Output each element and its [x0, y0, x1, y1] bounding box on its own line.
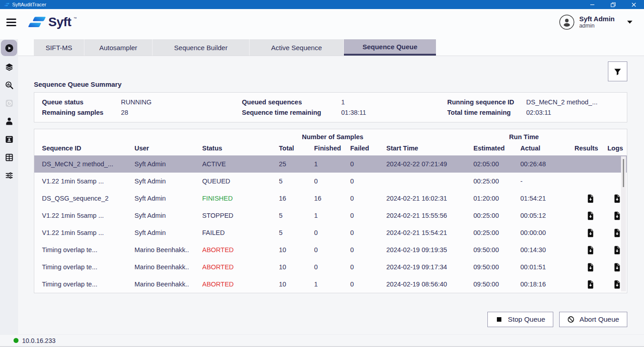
summary-value: 01:38:11	[341, 109, 447, 116]
status-cell: ACTIVE	[202, 160, 279, 168]
results-cell	[575, 262, 607, 272]
sequence-row[interactable]: V1.22 1min 5samp ...Syft AdminQUEUED5000…	[34, 173, 627, 190]
total-cell: 5	[279, 178, 314, 185]
user-cell: Marino Beenhakk..	[134, 281, 202, 288]
titlebar-left: SyftAuditTracer	[4, 2, 46, 7]
abort-icon	[567, 316, 575, 323]
connection-status-icon	[14, 338, 19, 343]
menu-button[interactable]	[6, 19, 16, 26]
app-window: SyftAuditTracer Syft ™ Syft Admin admin …	[0, 0, 644, 347]
sequence-row[interactable]: V1.22 1min 5samp ...Syft AdminSTOPPED510…	[34, 207, 627, 224]
stop-queue-button[interactable]: Stop Queue	[487, 312, 553, 327]
download-results-button[interactable]	[586, 227, 596, 238]
actual-cell: 00:05:12	[520, 212, 575, 219]
maximize-button[interactable]	[602, 0, 623, 9]
close-button[interactable]	[623, 0, 644, 9]
contact-card-icon	[5, 135, 14, 144]
sequence-row[interactable]: DS_QSG_sequence_2Syft AdminFINISHED16160…	[34, 190, 627, 207]
actual-cell: 00:18:16	[520, 281, 575, 288]
download-results-button[interactable]	[586, 262, 596, 272]
total-cell: 5	[279, 212, 314, 219]
summary-value: 28	[121, 109, 242, 116]
sequence-row[interactable]: DS_MeCN_2 method_...Syft AdminACTIVE2510…	[34, 155, 627, 173]
user-role: admin	[579, 23, 615, 29]
estimated-cell: 09:50:00	[473, 281, 520, 288]
sequence-row[interactable]: Timing overlap te...Marino Beenhakk..ABO…	[34, 276, 627, 293]
tab-sequence-queue[interactable]: Sequence Queue	[344, 39, 436, 56]
sequence-id-cell: DS_QSG_sequence_2	[42, 195, 134, 202]
sequence-id-cell: Timing overlap te...	[42, 263, 134, 271]
start-time-cell: 2024-02-21 15:54:21	[386, 229, 473, 236]
download-results-button[interactable]	[586, 279, 596, 290]
download-results-button[interactable]	[586, 193, 596, 204]
scrollbar-thumb[interactable]	[623, 159, 624, 187]
abort-queue-button[interactable]: Abort Queue	[559, 312, 627, 327]
download-results-button[interactable]	[586, 244, 596, 255]
stop-icon	[496, 316, 503, 323]
file-download-icon	[586, 228, 596, 238]
sidebar-item-contact-card[interactable]	[1, 130, 17, 148]
table-header-row: Sequence IDUserStatusTotalFinishedFailed…	[34, 141, 627, 155]
status-cell: ABORTED	[202, 281, 279, 288]
sequence-row[interactable]: V1.22 1min 5samp ...Syft AdminFAILED5002…	[34, 224, 627, 241]
avatar	[559, 14, 575, 30]
table-scrollbar[interactable]	[621, 156, 626, 291]
results-cell	[575, 193, 607, 204]
filter-button[interactable]	[608, 61, 627, 81]
tab-sequence-builder[interactable]: Sequence Builder	[153, 39, 250, 56]
sidebar-item-user[interactable]	[1, 112, 17, 130]
ip-address: 10.0.16.233	[22, 337, 56, 344]
user-cell: Syft Admin	[134, 178, 202, 185]
queue-actions: Stop Queue Abort Queue	[34, 312, 627, 327]
file-download-icon	[586, 262, 596, 272]
sidebar-item-layers[interactable]	[1, 58, 17, 76]
tab-autosampler[interactable]: Autosampler	[84, 39, 153, 56]
sequence-row[interactable]: Timing overlap te...Marino Beenhakk..ABO…	[34, 258, 627, 276]
sequence-table: Number of Samples Run Time Sequence IDUs…	[34, 129, 627, 293]
app-header: Syft ™ Syft Admin admin	[0, 9, 644, 35]
failed-cell: 0	[350, 281, 386, 288]
start-time-cell: 2024-02-21 16:02:31	[386, 195, 473, 202]
column-header-total: Total	[279, 145, 314, 152]
sequence-row[interactable]: Timing overlap te...Marino Beenhakk..ABO…	[34, 241, 627, 258]
user-name: Syft Admin	[579, 15, 615, 23]
stop-queue-label: Stop Queue	[508, 315, 545, 324]
user-menu[interactable]: Syft Admin admin	[559, 14, 633, 30]
column-header-logs: Logs	[607, 145, 627, 152]
sidebar	[0, 39, 18, 334]
tab-active-sequence[interactable]: Active Sequence	[250, 39, 344, 56]
failed-cell: 0	[350, 178, 386, 185]
download-results-button[interactable]	[586, 210, 596, 221]
finished-cell: 0	[314, 263, 350, 271]
sidebar-item-search-analytics[interactable]	[1, 76, 17, 94]
estimated-cell: 00:25:00	[473, 178, 520, 185]
start-time-cell: 2024-02-19 09:19:35	[386, 246, 473, 253]
user-cell: Marino Beenhakk..	[134, 263, 202, 271]
failed-cell: 0	[350, 195, 386, 202]
sidebar-item-grid[interactable]	[1, 148, 17, 166]
failed-cell: 0	[350, 212, 386, 219]
play-circle-icon	[5, 43, 14, 53]
results-cell	[575, 244, 607, 255]
column-header-estimated: Estimated	[473, 145, 520, 152]
column-header-results: Results	[575, 145, 607, 152]
summary-value: RUNNING	[121, 98, 242, 106]
failed-cell: 0	[350, 246, 386, 253]
syft-logo: Syft ™	[27, 15, 77, 29]
user-cell: Syft Admin	[134, 160, 202, 168]
sequence-id-cell: V1.22 1min 5samp ...	[42, 229, 134, 236]
estimated-cell: 00:25:00	[473, 212, 520, 219]
sidebar-item-play-circle[interactable]	[1, 40, 17, 56]
tune-icon	[5, 171, 14, 180]
brand-name: Syft	[48, 15, 71, 29]
total-cell: 10	[279, 246, 314, 253]
finished-cell: 0	[314, 178, 350, 185]
tab-sift-ms[interactable]: SIFT-MS	[34, 39, 84, 56]
total-cell: 5	[279, 229, 314, 236]
column-header-failed: Failed	[350, 145, 386, 152]
minimize-button[interactable]	[582, 0, 602, 9]
summary-label: Total time remaining	[447, 109, 526, 116]
sidebar-item-tune[interactable]	[1, 166, 17, 184]
summary-value: 1	[341, 98, 447, 106]
total-cell: 25	[279, 160, 314, 168]
